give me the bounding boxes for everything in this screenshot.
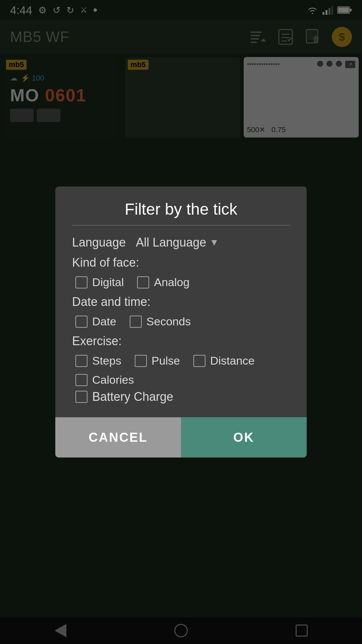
checkbox-date[interactable]: Date [75, 315, 116, 328]
exercise-label: Exercise: [72, 334, 290, 348]
kind-of-face-options: Digital Analog [72, 276, 290, 289]
pulse-label: Pulse [152, 354, 180, 367]
exercise-options-row2: Calories [72, 373, 290, 386]
date-checkbox[interactable] [75, 316, 87, 328]
checkbox-steps[interactable]: Steps [75, 354, 121, 367]
language-row: Language All Language ▼ [72, 235, 290, 250]
analog-checkbox[interactable] [137, 276, 149, 288]
seconds-label: Seconds [146, 315, 191, 328]
seconds-checkbox[interactable] [130, 316, 142, 328]
analog-label: Analog [154, 276, 189, 289]
dialog-buttons: CANCEL OK [55, 417, 307, 458]
battery-charge-label: Battery Charge [92, 390, 173, 404]
checkbox-seconds[interactable]: Seconds [130, 315, 191, 328]
language-label: Language [72, 235, 126, 250]
date-time-options: Date Seconds [72, 315, 290, 328]
checkbox-pulse[interactable]: Pulse [135, 354, 180, 367]
dialog-title: Filter by the tick [72, 200, 290, 225]
pulse-checkbox[interactable] [135, 355, 147, 367]
kind-of-face-label: Kind of face: [72, 256, 290, 270]
date-time-label: Date and time: [72, 295, 290, 309]
exercise-options-row1: Steps Pulse Distance [72, 354, 290, 367]
distance-label: Distance [210, 354, 254, 367]
calories-label: Calories [92, 373, 134, 386]
calories-checkbox[interactable] [75, 374, 87, 386]
filter-dialog: Filter by the tick Language All Language… [55, 186, 307, 458]
digital-label: Digital [92, 276, 124, 289]
distance-checkbox[interactable] [193, 355, 205, 367]
digital-checkbox[interactable] [75, 276, 87, 288]
date-label: Date [92, 315, 116, 328]
steps-label: Steps [92, 354, 121, 367]
checkbox-analog[interactable]: Analog [137, 276, 189, 289]
language-chevron-icon: ▼ [209, 237, 219, 248]
language-select[interactable]: All Language ▼ [136, 235, 219, 250]
language-value: All Language [136, 235, 206, 250]
steps-checkbox[interactable] [75, 355, 87, 367]
checkbox-digital[interactable]: Digital [75, 276, 124, 289]
checkbox-distance[interactable]: Distance [193, 354, 254, 367]
ok-button[interactable]: OK [181, 417, 307, 458]
cancel-button[interactable]: CANCEL [55, 417, 181, 458]
checkbox-calories[interactable]: Calories [75, 373, 134, 386]
battery-charge-checkbox[interactable] [75, 391, 87, 403]
dialog-overlay: Filter by the tick Language All Language… [0, 0, 362, 644]
battery-charge-row[interactable]: Battery Charge [72, 390, 290, 404]
